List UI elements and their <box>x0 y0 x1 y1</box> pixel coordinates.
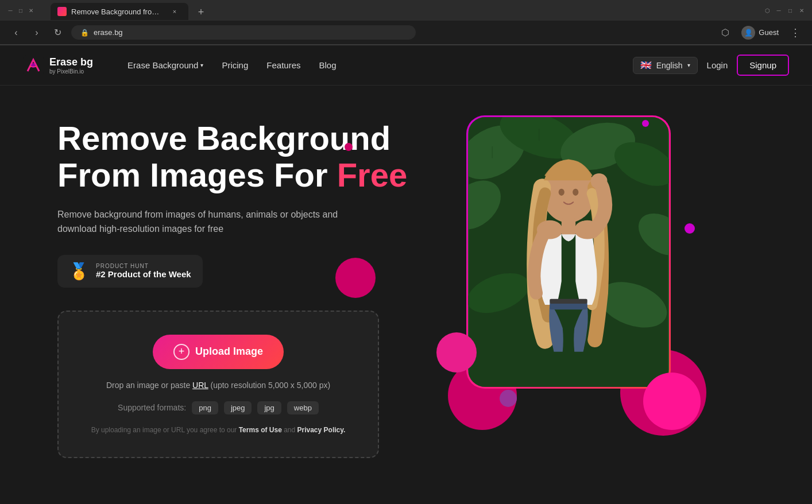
address-text: erase.bg <box>94 28 123 37</box>
minimize-window-button[interactable]: ─ <box>775 7 782 14</box>
nav-blog[interactable]: Blog <box>319 60 337 70</box>
hero-image-container <box>471 120 666 384</box>
logo-sub: by PixelBin.io <box>49 68 93 75</box>
hero-title-free: Free <box>337 156 408 193</box>
dot-4 <box>643 373 701 430</box>
tos-text: By uploading an image or URL you agree t… <box>76 426 361 434</box>
svg-point-14 <box>559 189 564 196</box>
tos-middle: and <box>282 426 297 434</box>
language-chevron: ▾ <box>687 62 690 68</box>
language-label: English <box>656 61 683 70</box>
nav-features[interactable]: Features <box>266 60 300 70</box>
nav-actions: 🇬🇧 English ▾ Login Signup <box>633 55 789 76</box>
forward-button[interactable]: › <box>30 26 44 40</box>
refresh-button[interactable]: ↻ <box>51 26 64 40</box>
nav-pricing[interactable]: Pricing <box>222 60 248 70</box>
url-link[interactable]: URL <box>192 381 208 390</box>
page-content: Erase bg by PixelBin.io Erase Background… <box>0 45 812 485</box>
nav-blog-label: Blog <box>319 60 337 70</box>
hero-title: Remove Background From Images For Free <box>57 120 431 193</box>
dot-5 <box>500 390 517 407</box>
tab-bar: Remove Background from Imag... × + <box>44 1 759 20</box>
logo-text: Erase bg by PixelBin.io <box>49 56 93 75</box>
back-button[interactable]: ‹ <box>9 26 23 40</box>
hero-image <box>468 117 669 387</box>
nav-pricing-label: Pricing <box>222 60 248 70</box>
maximize-window-button[interactable]: □ <box>787 7 794 14</box>
format-jpeg: jpeg <box>224 401 252 414</box>
browser-menu-button[interactable]: ⋮ <box>788 24 803 41</box>
logo-icon <box>23 55 44 76</box>
upload-image-button[interactable]: + Upload Image <box>153 335 284 369</box>
tab-title: Remove Background from Imag... <box>71 7 165 16</box>
profile-area: ⬡ 👤 Guest ⋮ <box>718 24 803 42</box>
product-hunt-text: PRODUCT HUNT #2 Product of the Week <box>96 263 191 279</box>
svg-rect-21 <box>550 299 587 304</box>
dot-1 <box>642 120 649 127</box>
hero-title-line2: From Images For <box>57 156 337 193</box>
browser-tab[interactable]: Remove Background from Imag... × <box>51 3 188 20</box>
nav-erase-background-label: Erase Background <box>127 60 198 70</box>
language-selector[interactable]: 🇬🇧 English ▾ <box>633 57 698 74</box>
hero-description: Remove background from images of humans,… <box>57 207 379 237</box>
format-png: png <box>192 401 218 414</box>
close-window-button[interactable]: ✕ <box>798 7 805 14</box>
nav-features-label: Features <box>266 60 300 70</box>
product-hunt-badge: 🏅 PRODUCT HUNT #2 Product of the Week <box>57 255 203 288</box>
drop-text-before: Drop an image or paste <box>106 381 192 390</box>
address-bar: ‹ › ↻ 🔒 erase.bg ⬡ 👤 Guest ⋮ <box>0 21 812 45</box>
address-input[interactable]: 🔒 erase.bg <box>71 25 416 40</box>
upload-box: + Upload Image Drop an image or paste UR… <box>57 311 379 458</box>
hero-image-svg <box>468 117 669 387</box>
upload-button-label: Upload Image <box>195 346 263 358</box>
formats-label: Supported formats: <box>118 403 186 412</box>
decorative-dot-small <box>345 143 353 151</box>
profile-avatar: 👤 <box>741 26 755 40</box>
erase-background-chevron: ▾ <box>200 62 203 68</box>
logo-name: Erase bg <box>49 56 93 68</box>
terms-of-use-link[interactable]: Terms of Use <box>239 426 282 434</box>
close-button[interactable]: ✕ <box>28 7 34 14</box>
svg-point-15 <box>573 189 578 196</box>
flag-icon: 🇬🇧 <box>640 61 652 69</box>
signup-button[interactable]: Signup <box>737 55 789 76</box>
browser-titlebar: ─ □ ✕ Remove Background from Imag... × +… <box>0 0 812 21</box>
nav-erase-background[interactable]: Erase Background ▾ <box>127 60 203 70</box>
profile-button[interactable]: 👤 Guest <box>737 24 783 42</box>
logo[interactable]: Erase bg by PixelBin.io <box>23 55 93 76</box>
drop-text-after: (upto resolution 5,000 x 5,000 px) <box>208 381 330 390</box>
lock-icon: 🔒 <box>80 29 89 37</box>
format-webp: webp <box>287 401 319 414</box>
tab-favicon <box>57 7 67 16</box>
privacy-policy-link[interactable]: Privacy Policy. <box>297 426 346 434</box>
hero-right <box>454 120 683 418</box>
medal-icon: 🏅 <box>69 262 89 281</box>
product-hunt-rank: #2 Product of the Week <box>96 269 191 279</box>
decorative-dot-large <box>335 258 376 298</box>
dot-2 <box>685 223 695 234</box>
restore-window-button[interactable]: ⬡ <box>764 7 771 14</box>
hero-section: Remove Background From Images For Free R… <box>0 86 812 481</box>
product-hunt-label: PRODUCT HUNT <box>96 263 191 269</box>
dot-3 <box>436 332 477 373</box>
profile-name: Guest <box>759 28 779 37</box>
upload-plus-icon: + <box>173 344 190 360</box>
minimize-button[interactable]: ─ <box>7 7 14 14</box>
login-button[interactable]: Login <box>707 60 728 70</box>
svg-rect-16 <box>562 218 576 236</box>
hero-image-glow <box>466 115 671 389</box>
titlebar-controls: ⬡ ─ □ ✕ <box>764 7 805 14</box>
browser-chrome: ─ □ ✕ Remove Background from Imag... × +… <box>0 0 812 45</box>
maximize-button[interactable]: □ <box>17 7 24 14</box>
drop-text: Drop an image or paste URL (upto resolut… <box>76 381 361 390</box>
window-controls: ─ □ ✕ <box>7 7 34 14</box>
tos-before: By uploading an image or URL you agree t… <box>91 426 239 434</box>
new-tab-button[interactable]: + <box>193 4 209 20</box>
navbar: Erase bg by PixelBin.io Erase Background… <box>0 45 812 86</box>
tab-close-button[interactable]: × <box>170 7 179 16</box>
hero-title-line1: Remove Background <box>57 119 390 157</box>
format-jpg: jpg <box>257 401 281 414</box>
sidebar-button[interactable]: ⬡ <box>718 26 732 40</box>
svg-point-1 <box>31 63 36 68</box>
supported-formats: Supported formats: png jpeg jpg webp <box>76 401 361 414</box>
